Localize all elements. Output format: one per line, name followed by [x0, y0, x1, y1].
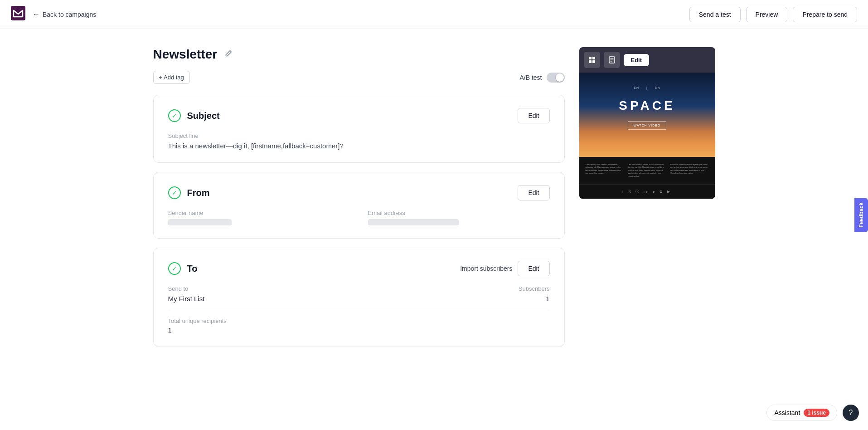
main-container: Newsletter + Add tag A/B test ✓ — [117, 29, 752, 374]
to-actions: Import subscribers Edit — [460, 261, 549, 276]
email-three-col: Lorem ipsum dolor sit amet, consectetur … — [586, 163, 709, 178]
email-col-1-text: Lorem ipsum dolor sit amet, consectetur … — [586, 163, 624, 175]
email-preview-card: Edit EN | EN SPACE WATCH VIDEO — [579, 47, 715, 199]
tag-ab-row: + Add tag A/B test — [153, 71, 565, 84]
import-subscribers-button[interactable]: Import subscribers — [460, 265, 512, 272]
preview-button[interactable]: Preview — [746, 7, 788, 22]
email-content-section: Lorem ipsum dolor sit amet, consectetur … — [579, 157, 715, 184]
header-actions: Send a test Preview Prepare to send — [689, 7, 857, 22]
to-card-title: To — [187, 264, 198, 274]
subject-line-label: Subject line — [168, 132, 550, 139]
subject-edit-button[interactable]: Edit — [518, 108, 549, 123]
add-tag-button[interactable]: + Add tag — [153, 71, 190, 84]
svg-rect-1 — [589, 57, 592, 59]
page-title-row: Newsletter — [153, 47, 565, 62]
from-card-header: ✓ From Edit — [168, 185, 550, 200]
subject-title-row: ✓ Subject — [168, 109, 220, 122]
to-card: ✓ To Import subscribers Edit Send to My … — [153, 248, 565, 347]
edit-title-button[interactable] — [223, 48, 234, 61]
ab-test-toggle-row: A/B test — [519, 73, 564, 83]
from-fields: Sender name Email address — [168, 210, 550, 225]
space-nav-en2: EN — [655, 86, 660, 89]
watch-video-label: WATCH VIDEO — [628, 121, 667, 130]
email-col-3-text: Maecenas venenatis mauris eget augue var… — [670, 163, 708, 175]
email-footer: f 𝕏 ⓘ in 𝖕 ✿ ▶ — [579, 184, 715, 199]
email-address-label: Email address — [368, 210, 550, 216]
subject-check-icon: ✓ — [168, 109, 181, 122]
header-left: ← Back to campaigns — [11, 6, 96, 23]
subject-line-value: This is a newsletter—dig it, [firstname,… — [168, 142, 550, 150]
space-nav: EN | EN — [588, 86, 706, 89]
preview-toolbar: Edit — [579, 47, 715, 73]
list-name-value: My First List — [168, 295, 205, 303]
sender-name-field: Sender name — [168, 210, 350, 225]
subject-card-title: Subject — [187, 111, 220, 121]
total-unique-value: 1 — [168, 326, 550, 334]
from-edit-button[interactable]: Edit — [518, 185, 549, 200]
social-icons: f 𝕏 ⓘ in 𝖕 ✿ ▶ — [584, 189, 711, 194]
email-col-3: Maecenas venenatis mauris eget augue var… — [670, 163, 708, 178]
to-check-icon: ✓ — [168, 262, 181, 275]
back-arrow-icon: ← — [33, 10, 40, 19]
email-preview-content: EN | EN SPACE WATCH VIDEO Lorem ipsum do… — [579, 73, 715, 199]
from-title-row: ✓ From — [168, 186, 210, 199]
send-to-label: Send to — [168, 285, 205, 292]
send-to-col: Send to My First List — [168, 285, 205, 303]
subscribers-label: Subscribers — [519, 285, 550, 292]
space-banner: EN | EN SPACE WATCH VIDEO — [579, 73, 715, 157]
logo-icon — [11, 6, 25, 23]
ab-test-label: A/B test — [519, 74, 542, 81]
feedback-tab-wrapper: Feedback — [854, 198, 868, 232]
space-nav-en1: EN — [634, 86, 639, 89]
right-panel: Edit EN | EN SPACE WATCH VIDEO — [579, 47, 715, 356]
total-unique-label: Total unique recipients — [168, 318, 550, 324]
preview-document-icon-button[interactable] — [604, 52, 620, 68]
prepare-to-send-button[interactable]: Prepare to send — [793, 7, 857, 22]
to-divider — [168, 310, 550, 310]
space-nav-divider: | — [646, 86, 648, 89]
app-header: ← Back to campaigns Send a test Preview … — [0, 0, 868, 29]
to-card-header: ✓ To Import subscribers Edit — [168, 261, 550, 276]
subscriber-count-value: 1 — [519, 295, 550, 303]
page-title: Newsletter — [153, 47, 218, 62]
space-title: SPACE — [588, 98, 706, 113]
subject-card-header: ✓ Subject Edit — [168, 108, 550, 123]
sender-name-redacted — [168, 219, 232, 225]
email-address-field: Email address — [368, 210, 550, 225]
subject-card: ✓ Subject Edit Subject line This is a ne… — [153, 95, 565, 163]
email-col-1: Lorem ipsum dolor sit amet, consectetur … — [586, 163, 624, 178]
svg-rect-3 — [589, 60, 592, 63]
svg-rect-4 — [592, 60, 595, 63]
total-row: Total unique recipients 1 — [168, 318, 550, 334]
email-col-2: Cras sed quam ex massa efficitur ferment… — [628, 163, 666, 178]
svg-rect-2 — [592, 57, 595, 59]
from-check-icon: ✓ — [168, 186, 181, 199]
email-address-redacted — [368, 219, 459, 225]
back-label: Back to campaigns — [43, 11, 96, 18]
from-card-title: From — [187, 188, 210, 198]
preview-layout-icon-button[interactable] — [584, 52, 600, 68]
subscribers-col: Subscribers 1 — [519, 285, 550, 303]
subject-field: Subject line This is a newsletter—dig it… — [168, 132, 550, 150]
send-test-button[interactable]: Send a test — [689, 7, 741, 22]
to-title-group: ✓ To — [168, 262, 198, 275]
to-edit-button[interactable]: Edit — [518, 261, 549, 276]
back-to-campaigns-link[interactable]: ← Back to campaigns — [33, 10, 96, 19]
send-to-row: Send to My First List Subscribers 1 — [168, 285, 550, 303]
email-col-2-text: Cras sed quam ex massa efficitur ferment… — [628, 163, 666, 178]
toggle-knob — [556, 73, 564, 82]
feedback-tab[interactable]: Feedback — [854, 198, 868, 232]
preview-edit-button[interactable]: Edit — [624, 54, 650, 66]
left-panel: Newsletter + Add tag A/B test ✓ — [153, 47, 565, 356]
from-card: ✓ From Edit Sender name Email address — [153, 172, 565, 239]
ab-test-toggle[interactable] — [547, 73, 565, 83]
sender-name-label: Sender name — [168, 210, 350, 216]
